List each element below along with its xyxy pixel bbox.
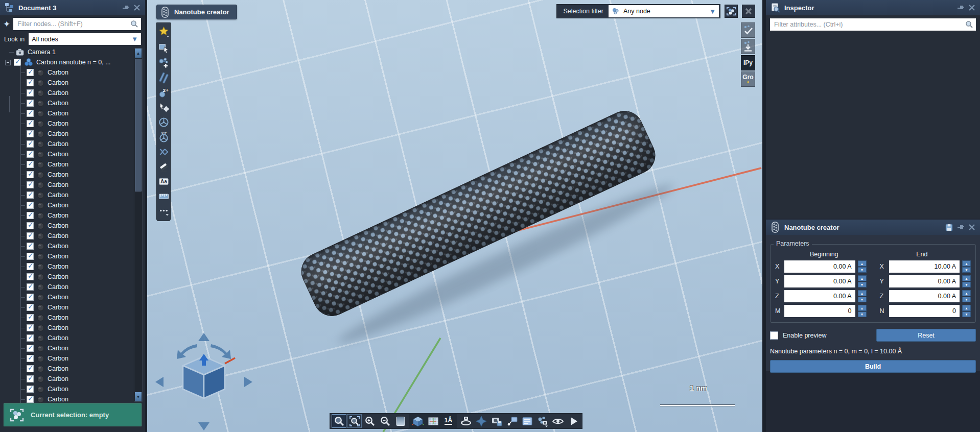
tree-item-carbon[interactable]: Carbon (0, 210, 145, 221)
tree-item-carbon[interactable]: Carbon (0, 343, 145, 353)
tree-item-carbon[interactable]: Carbon (0, 353, 145, 364)
reset-button[interactable]: Reset (876, 329, 976, 342)
visibility-checkbox[interactable] (27, 324, 34, 331)
background-button[interactable] (393, 414, 408, 428)
visibility-checkbox[interactable] (27, 161, 34, 168)
clear-filter-button[interactable] (742, 5, 755, 18)
tree-item-carbon[interactable]: Carbon (0, 180, 145, 190)
tree-item-carbon[interactable]: Carbon (0, 78, 145, 88)
tree-item-carbon[interactable]: Carbon (0, 221, 145, 231)
camera-views-button[interactable] (535, 414, 550, 428)
navigation-widget[interactable] (155, 333, 252, 430)
param-input-right[interactable] (889, 290, 960, 302)
visibility-checkbox[interactable] (27, 294, 34, 301)
visibility-checkbox[interactable] (27, 89, 34, 97)
visibility-checkbox[interactable] (27, 375, 34, 382)
presets-star-button[interactable] (157, 24, 170, 39)
param-input-right[interactable] (889, 275, 960, 287)
tab-nanotube-creator[interactable]: Nanotube creator (156, 5, 237, 19)
rotate-right-arrow[interactable] (211, 344, 231, 359)
presentation-button[interactable] (520, 414, 534, 428)
fullscreen-button[interactable] (474, 414, 488, 428)
zoom-out-button[interactable] (378, 414, 392, 428)
param-input-left[interactable] (784, 305, 855, 317)
erase-tool-button[interactable] (157, 159, 170, 174)
tree-scrollbar[interactable]: ▲ ▼ (134, 48, 143, 402)
node-specification-icon[interactable]: ✦ (3, 20, 10, 29)
orientation-cube-toggle[interactable] (410, 414, 425, 428)
visibility-checkbox[interactable] (27, 130, 34, 137)
label-tool-button[interactable]: Aa (157, 174, 170, 189)
visibility-checkbox[interactable] (27, 120, 34, 127)
measure-tool-button[interactable] (157, 189, 170, 204)
visibility-checkbox[interactable] (27, 110, 34, 117)
carbon-nanotube-model[interactable] (295, 104, 679, 355)
rotate-gauge-button[interactable] (157, 115, 170, 130)
rotate-left-arrow[interactable] (177, 344, 197, 359)
spinner-left[interactable] (858, 290, 867, 302)
tree-item-carbon[interactable]: Carbon (0, 323, 145, 333)
tree-item-carbon[interactable]: Carbon (0, 241, 145, 251)
visibility-checkbox[interactable] (27, 191, 34, 199)
visibility-checkbox[interactable] (27, 283, 34, 291)
param-input-right[interactable] (889, 305, 960, 317)
charge-tool-button[interactable]: 2+ (157, 85, 170, 100)
visibility-checkbox[interactable] (27, 314, 34, 321)
annotation-button[interactable] (504, 414, 519, 428)
python-console-button[interactable]: IPy (741, 55, 755, 70)
gromacs-wizard-button[interactable]: Gro ✦ (741, 71, 755, 87)
visibility-checkbox[interactable] (27, 355, 34, 362)
tree-item-carbon[interactable]: Carbon (0, 302, 145, 313)
visibility-checkbox[interactable] (14, 59, 21, 66)
tree-item-carbon[interactable]: Carbon (0, 364, 145, 374)
visibility-checkbox[interactable] (27, 151, 34, 158)
tree-item-carbon[interactable]: Carbon (0, 374, 145, 384)
visibility-checkbox[interactable] (27, 243, 34, 250)
orbit-camera-button[interactable] (458, 414, 473, 428)
pin-icon[interactable] (956, 223, 965, 231)
selection-filter-dropdown[interactable]: Any node ▼ (609, 5, 719, 17)
visibility-checkbox[interactable] (27, 222, 34, 229)
tree-item-carbon[interactable]: Carbon (0, 67, 145, 78)
visibility-checkbox[interactable] (27, 253, 34, 260)
tree-item-carbon[interactable]: Carbon (0, 200, 145, 210)
collapse-expander[interactable] (5, 60, 11, 65)
bond-tool-button[interactable] (157, 70, 170, 85)
visibility-checkbox[interactable] (27, 171, 34, 178)
tree-item-carbon[interactable]: Carbon (0, 282, 145, 292)
visibility-checkbox[interactable] (27, 69, 34, 76)
visibility-checkbox[interactable] (27, 304, 34, 311)
tree-item-carbon[interactable]: Carbon (0, 129, 145, 139)
visibility-button[interactable] (550, 414, 565, 428)
pin-icon[interactable] (956, 4, 965, 12)
tree-item-carbon[interactable]: Carbon (0, 118, 145, 129)
build-button[interactable]: Build (770, 360, 976, 373)
visibility-checkbox[interactable] (27, 273, 34, 280)
scale-bar-toggle[interactable]: 1Å (441, 414, 456, 428)
spinner-left[interactable] (858, 305, 867, 317)
close-icon[interactable] (968, 223, 976, 231)
param-input-left[interactable] (784, 275, 855, 287)
xyz-gauge-button[interactable]: XYZ (157, 130, 170, 145)
param-input-left[interactable] (784, 290, 855, 302)
param-input-right[interactable] (889, 260, 960, 273)
zoom-tool-button[interactable] (332, 414, 346, 428)
visibility-checkbox[interactable] (27, 202, 34, 209)
visibility-checkbox[interactable] (27, 396, 34, 403)
tree-item-carbon[interactable]: Carbon (0, 149, 145, 159)
visibility-checkbox[interactable] (27, 79, 34, 86)
tree-item-carbon[interactable]: Carbon (0, 333, 145, 343)
tree-item-camera[interactable]: Camera 1 (0, 47, 145, 57)
more-tools-button[interactable] (157, 204, 170, 219)
enable-preview-checkbox[interactable] (770, 331, 778, 340)
zoom-selection-button[interactable] (347, 414, 362, 428)
close-icon[interactable] (133, 4, 141, 12)
import-nodes-button[interactable] (741, 39, 755, 54)
tree-item-carbon[interactable]: Carbon (0, 139, 145, 149)
viewport-3d[interactable]: Nanotube creator 2+ XYZ Aa Selection fil… (147, 0, 762, 432)
tree-item-carbon[interactable]: Carbon (0, 251, 145, 261)
tree-item-carbon[interactable]: Carbon (0, 190, 145, 200)
pan-down-arrow[interactable] (198, 422, 209, 430)
visibility-checkbox[interactable] (27, 263, 34, 270)
tree-item-carbon[interactable]: Carbon (0, 384, 145, 394)
